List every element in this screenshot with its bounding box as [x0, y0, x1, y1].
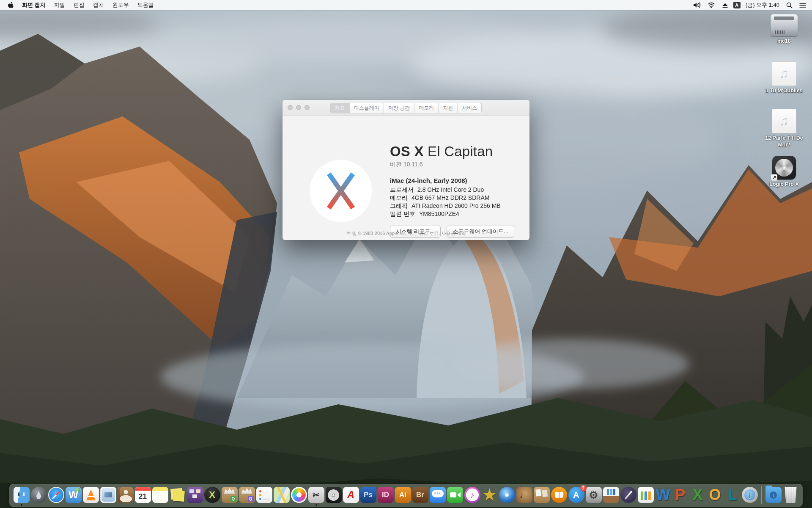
system-preferences-glyph: ⚙	[589, 489, 598, 501]
ibooks-icon	[551, 487, 567, 503]
running-indicator	[21, 504, 22, 506]
dock-item-stickies[interactable]	[170, 487, 186, 503]
dropstuff-icon: Q	[239, 487, 255, 503]
input-source-indicator[interactable]: A	[733, 2, 741, 8]
desktop-icon-audio-1[interactable]: ♫1 Tu M'Oublies	[760, 61, 808, 94]
dock-item-dropstuff[interactable]: Q	[239, 487, 255, 503]
dock-item-ibooks[interactable]	[551, 487, 567, 503]
apple-menu-icon[interactable]	[4, 2, 18, 9]
dock-item-stuffit-expander[interactable]: Q	[222, 487, 238, 503]
dock-item-contacts[interactable]	[118, 487, 134, 503]
dock-item-acrobat[interactable]: A	[343, 487, 359, 503]
dock-item-facetime[interactable]	[447, 487, 463, 503]
dock-item-illustrator[interactable]: Ai	[395, 487, 411, 503]
spec-row-3: 일련 번호YM85100PZE4	[390, 210, 521, 218]
excel-glyph: X	[692, 486, 702, 504]
dock-item-powerpoint[interactable]: P	[672, 487, 689, 503]
acrobat-icon: A	[343, 487, 359, 503]
menu-clock[interactable]: (금) 오후 1:40	[744, 1, 781, 9]
about-tab-1[interactable]: 디스플레이	[350, 103, 384, 113]
wifi-icon[interactable]	[706, 2, 717, 8]
dock-item-system-preferences[interactable]: ⚙	[586, 487, 602, 503]
dock-item-mail[interactable]	[100, 487, 116, 503]
dock-item-dvd-player[interactable]	[326, 487, 342, 503]
dock-item-calendar[interactable]: 21	[135, 487, 151, 503]
dock-item-app-store[interactable]: A7	[568, 487, 584, 503]
dock-item-web-downloader[interactable]: ↓	[742, 487, 758, 503]
dock-item-finder[interactable]	[14, 487, 30, 503]
dock-item-outlook[interactable]: O	[707, 487, 723, 503]
desktop-icon-drive-0[interactable]: mc18	[760, 14, 808, 45]
dock-item-xee[interactable]: X	[204, 487, 220, 503]
dock-item-idvd[interactable]	[499, 487, 515, 503]
acrobat-glyph: A	[347, 489, 354, 501]
menu-item-4[interactable]: 윈도우	[108, 2, 133, 8]
outlook-glyph: O	[709, 486, 721, 504]
menu-item-5[interactable]: 도움말	[133, 2, 158, 8]
dock-item-safari[interactable]	[48, 487, 64, 503]
dock-item-photoshop[interactable]: Ps	[360, 487, 376, 503]
spotlight-icon[interactable]	[785, 2, 794, 8]
dock-item-reminders[interactable]	[256, 487, 272, 503]
outlook-icon: O	[707, 487, 723, 503]
menu-item-3[interactable]: 캡처	[89, 2, 108, 8]
stuffit-expander-glyph: Q	[230, 496, 236, 502]
dock-item-excel[interactable]: X	[690, 487, 706, 503]
dock-item-numbers[interactable]	[638, 487, 654, 503]
dock-item-maps[interactable]	[274, 487, 290, 503]
dock-item-w-app[interactable]: W	[66, 487, 82, 503]
dock-item-keynote[interactable]	[603, 487, 619, 503]
about-tab-3[interactable]: 메모리	[414, 103, 439, 113]
photos-icon	[291, 487, 307, 503]
dock-item-trash[interactable]	[783, 487, 799, 503]
audio-icon: ♫	[772, 109, 796, 133]
dock-item-imovie[interactable]: ★	[482, 487, 498, 503]
photoshop-icon: Ps	[360, 487, 376, 503]
menu-item-1[interactable]: 파일	[50, 2, 69, 8]
dock-item-notes[interactable]	[152, 487, 168, 503]
stickies-icon	[170, 487, 186, 503]
desktop-icon-logic-3[interactable]: ↗Logic Pro X	[760, 156, 808, 188]
spec-value: ATI Radeon HD 2600 Pro 256 MB	[411, 202, 501, 210]
w-app-icon: W	[66, 487, 82, 503]
dock-item-downloads-folder[interactable]	[765, 487, 782, 503]
stuffit-expander-icon: Q	[222, 487, 238, 503]
dock-item-messages[interactable]: •••	[430, 487, 446, 503]
notification-center-icon[interactable]	[798, 3, 808, 8]
dock-item-garageband[interactable]: ♩	[516, 487, 532, 503]
dock-item-screen-capture[interactable]: ✂	[308, 487, 324, 503]
spec-row-2: 그래픽ATI Radeon HD 2600 Pro 256 MB	[390, 202, 521, 210]
dock-item-photo-booth[interactable]	[187, 487, 203, 503]
close-button[interactable]	[288, 105, 293, 110]
dock-item-bridge[interactable]: Br	[412, 487, 428, 503]
dropstuff-glyph: Q	[248, 496, 254, 502]
dock-item-pages[interactable]	[620, 487, 636, 503]
dock-item-itunes[interactable]: ♪	[464, 487, 480, 503]
about-tab-4[interactable]: 지원	[439, 103, 458, 113]
eject-icon[interactable]	[720, 3, 730, 8]
dock-item-indesign[interactable]: ID	[378, 487, 394, 503]
dock-item-photos[interactable]	[291, 487, 307, 503]
dock-item-vlc[interactable]	[83, 487, 99, 503]
numbers-icon	[638, 487, 654, 503]
dock-item-word[interactable]: W	[655, 487, 671, 503]
notes-icon	[152, 487, 168, 503]
dock-item-lync[interactable]: L	[724, 487, 741, 503]
dock-item-corkboard[interactable]	[534, 487, 550, 503]
about-tab-5[interactable]: 서비스	[458, 103, 481, 113]
minimize-button[interactable]	[296, 105, 301, 110]
volume-icon[interactable]	[691, 2, 702, 8]
facetime-icon	[447, 487, 463, 503]
dock-item-launchpad[interactable]	[31, 487, 47, 503]
menu-item-0[interactable]: 화면 캡처	[18, 2, 50, 8]
desktop-icon-audio-2[interactable]: ♫12 Parle-T-Il De Moi?	[760, 109, 808, 148]
desktop-icon-label: 1 Tu M'Oublies	[765, 88, 802, 94]
window-titlebar[interactable]: 개요디스플레이저장 공간메모리지원서비스	[283, 100, 529, 116]
messages-icon: •••	[430, 487, 446, 503]
photo-booth-icon	[187, 487, 203, 503]
about-tab-0[interactable]: 개요	[331, 103, 350, 113]
zoom-button[interactable]	[304, 105, 310, 110]
menu-item-2[interactable]: 편집	[69, 2, 89, 8]
spec-value: 2.8 GHz Intel Core 2 Duo	[417, 186, 484, 194]
about-tab-2[interactable]: 저장 공간	[384, 103, 414, 113]
